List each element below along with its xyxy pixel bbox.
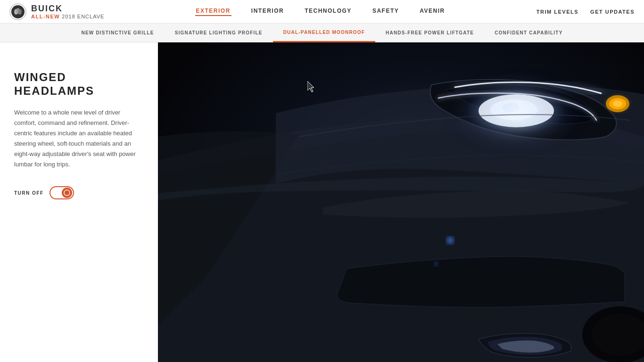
subnav-grille[interactable]: NEW DISTINCTIVE GRILLE — [71, 24, 164, 42]
toggle-area: TURN OFF — [14, 186, 144, 199]
feature-description: Welcome to a whole new level of driver c… — [14, 107, 144, 170]
subnav-moonroof[interactable]: DUAL-PANELLED MOONROOF — [273, 24, 375, 42]
headlamp-toggle[interactable] — [50, 186, 74, 199]
trim-levels-link[interactable]: TRIM LEVELS — [537, 9, 578, 15]
sub-navigation: NEW DISTINCTIVE GRILLE SIGNATURE LIGHTIN… — [0, 24, 644, 42]
toggle-knob — [62, 188, 72, 198]
nav-safety[interactable]: SAFETY — [372, 8, 400, 16]
feature-title: WINGED HEADLAMPS — [14, 71, 144, 98]
car-illustration — [158, 42, 644, 362]
svg-point-4 — [18, 9, 22, 15]
nav-technology[interactable]: TECHNOLOGY — [304, 8, 353, 16]
get-updates-link[interactable]: GET UPDATES — [590, 9, 635, 15]
all-new-label: ALL-NEW — [31, 14, 60, 19]
subnav-lighting[interactable]: SIGNATURE LIGHTING PROFILE — [165, 24, 273, 42]
svg-point-19 — [434, 262, 438, 266]
logo-area: BUICK ALL-NEW 2018 ENCLAVE — [9, 3, 104, 20]
brand-name: BUICK — [31, 4, 104, 14]
toggle-label: TURN OFF — [14, 190, 44, 196]
right-panel — [158, 42, 644, 362]
model-name: 2018 ENCLAVE — [62, 14, 104, 19]
subnav-capability[interactable]: CONFIDENT CAPABILITY — [484, 24, 573, 42]
nav-avenir[interactable]: AVENIR — [419, 8, 446, 16]
svg-point-18 — [446, 237, 454, 244]
cursor-icon — [307, 81, 317, 92]
car-image-background — [158, 42, 644, 362]
main-content: WINGED HEADLAMPS Welcome to a whole new … — [0, 42, 644, 362]
left-panel: WINGED HEADLAMPS Welcome to a whole new … — [0, 42, 158, 362]
nav-interior[interactable]: INTERIOR — [250, 8, 285, 16]
main-nav: EXTERIOR INTERIOR TECHNOLOGY SAFETY AVEN… — [104, 8, 536, 16]
brand-text: BUICK ALL-NEW 2018 ENCLAVE — [31, 4, 104, 19]
nav-exterior[interactable]: EXTERIOR — [195, 8, 231, 16]
model-year: ALL-NEW 2018 ENCLAVE — [31, 14, 104, 19]
nav-right: TRIM LEVELS GET UPDATES — [537, 9, 635, 15]
buick-logo-icon — [9, 3, 26, 20]
svg-point-15 — [606, 95, 629, 112]
top-navigation: BUICK ALL-NEW 2018 ENCLAVE EXTERIOR INTE… — [0, 0, 644, 24]
subnav-liftgate[interactable]: HANDS-FREE POWER LIFTGATE — [375, 24, 484, 42]
